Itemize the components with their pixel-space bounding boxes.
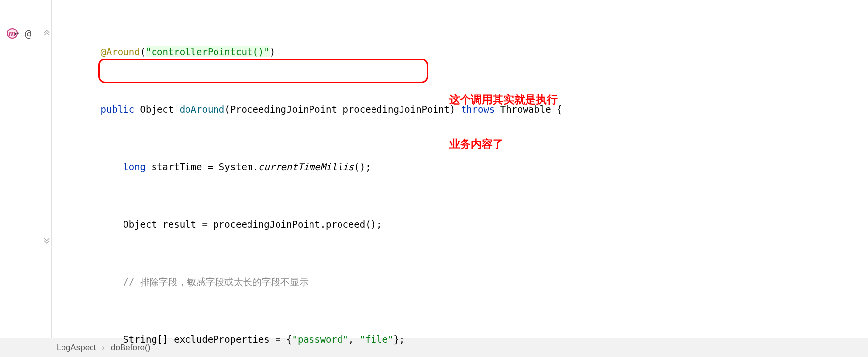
editor-wrapper: m↩ @ @Around("controllerPointcut()") pub… bbox=[0, 0, 868, 338]
annotation-gutter-icon[interactable]: @ bbox=[25, 28, 31, 40]
gutter: m↩ @ bbox=[0, 0, 52, 338]
code-line: // 排除字段，敏感字段或太长的字段不显示 bbox=[52, 272, 868, 292]
code-line: @Around("controllerPointcut()") bbox=[52, 42, 868, 61]
fold-marker-icon[interactable] bbox=[43, 30, 50, 36]
implements-method-icon[interactable]: m↩ bbox=[4, 28, 22, 39]
highlight-callout-box bbox=[98, 59, 428, 83]
code-area[interactable]: @Around("controllerPointcut()") public O… bbox=[52, 0, 868, 338]
code-line: Object result = proceedingJoinPoint.proc… bbox=[52, 215, 868, 234]
annotation-callout-text: 这个调用其实就是执行 业务内容了 bbox=[449, 63, 558, 181]
code-line: String[] excludeProperties = {"password"… bbox=[52, 330, 868, 349]
fold-end-marker-icon[interactable] bbox=[43, 238, 50, 244]
